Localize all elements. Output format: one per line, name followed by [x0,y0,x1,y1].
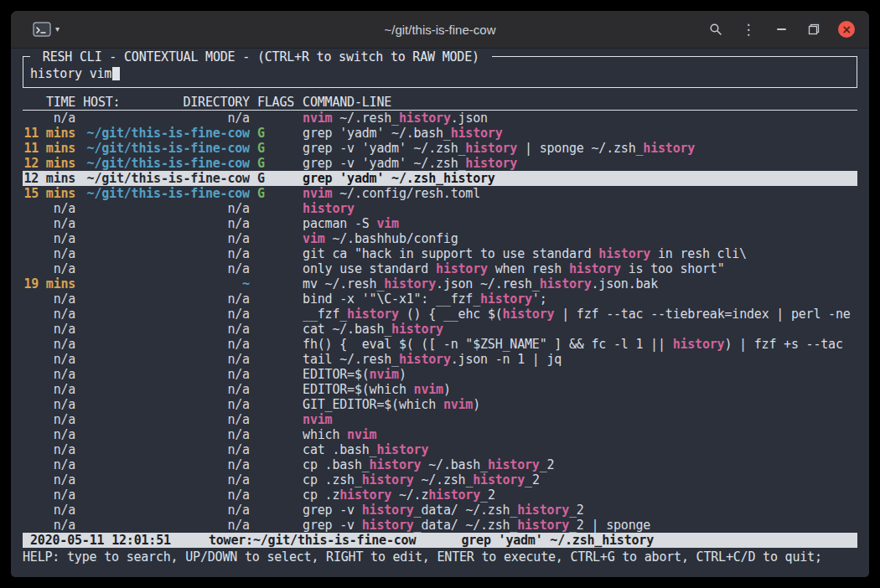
row-time: n/a [23,503,75,518]
history-row[interactable]: n/an/acp .zhistory ~/.zhistory_2 [23,487,857,503]
row-directory: n/a [83,261,250,276]
help-line: HELP: type to search, UP/DOWN to select,… [23,549,857,565]
row-command: bind -x '"\C-x1": __fzf_history'; [303,291,857,307]
history-row[interactable]: n/an/aGIT_EDITOR=$(which nvim) [23,397,857,412]
row-directory: ~/git/this-is-fine-cow [83,171,250,186]
history-row[interactable]: n/an/apacman -S vim [23,216,857,231]
row-directory: ~/git/this-is-fine-cow [83,141,250,156]
row-time: n/a [23,352,75,367]
text-cursor [112,67,120,80]
history-row[interactable]: 11 mins~/git/this-is-fine-cowGgrep 'yadm… [23,126,857,141]
close-button[interactable]: × [835,18,858,41]
host-label: HOST: [83,95,120,110]
status-timestamp: 2020-05-11 12:01:51 [30,533,171,548]
terminal-icon [33,22,51,37]
history-row[interactable]: n/an/atail ~/.resh_history.json -n 1 | j… [23,352,857,367]
row-command: grep 'yadm' ~/.zsh_history [303,171,857,186]
row-directory: n/a [83,397,250,412]
history-row[interactable]: n/an/anvim ~/.resh_history.json [23,111,857,126]
row-flags [257,518,303,533]
history-row[interactable]: n/an/awhich nvim [23,427,857,442]
history-row[interactable]: 11 mins~/git/this-is-fine-cowGgrep -v 'y… [23,141,857,156]
titlebar: ▾ ~/git/this-is-fine-cow ⋮ [11,11,869,49]
row-directory: n/a [83,337,250,352]
row-time: n/a [23,397,75,412]
search-icon [709,23,722,36]
row-directory: n/a [83,457,250,472]
history-row[interactable]: n/an/anvim [23,412,857,427]
row-time: n/a [23,322,75,337]
row-flags: G [257,141,303,156]
row-time: 12 mins [23,156,75,171]
row-flags [257,367,303,382]
row-time: n/a [23,337,75,352]
history-row[interactable]: n/an/agit ca "hack in support to use sta… [23,246,857,261]
menu-button[interactable]: ⋮ [737,18,760,41]
row-command: git ca "hack in support to use standard … [303,246,857,261]
row-directory: n/a [83,518,250,533]
minimize-button[interactable] [769,18,793,41]
history-row[interactable]: n/an/aEDITOR=$(nvim) [23,367,857,382]
row-flags: G [257,171,303,186]
history-row[interactable]: n/an/abind -x '"\C-x1": __fzf_history'; [23,291,857,307]
row-directory: n/a [83,352,250,367]
history-row[interactable]: n/an/a__fzf_history () { __ehc $(history… [23,307,857,322]
resh-search-box[interactable]: RESH CLI - CONTEXTUAL MODE - (CTRL+R to … [23,56,857,88]
row-command: history [303,201,857,216]
history-row[interactable]: 12 mins~/git/this-is-fine-cowGgrep 'yadm… [23,171,857,186]
history-row[interactable]: 15 mins~/git/this-is-fine-cowGnvim ~/.co… [23,186,857,201]
row-flags [257,322,303,337]
row-directory: n/a [83,307,250,322]
history-row[interactable]: n/an/acat .bash_history [23,442,857,457]
row-time: n/a [23,111,75,126]
row-command: cat .bash_history [303,442,857,457]
row-time: n/a [23,518,75,533]
history-row[interactable]: 12 mins~/git/this-is-fine-cowGgrep -v 'y… [23,156,857,171]
kebab-menu-icon: ⋮ [742,23,756,37]
search-input[interactable]: history vim [30,66,850,81]
new-terminal-button[interactable]: ▾ [29,20,63,39]
history-row[interactable]: n/an/agrep -v history_data/ ~/.zsh_histo… [23,503,857,518]
history-row[interactable]: n/an/acp .bash_history ~/.bash_history_2 [23,457,857,472]
row-directory: ~/git/this-is-fine-cow [83,186,250,201]
row-flags [257,246,303,261]
history-row[interactable]: n/an/acat ~/.bash_history [23,322,857,337]
row-directory: n/a [83,246,250,261]
history-row[interactable]: n/an/avim ~/.bashhub/config [23,231,857,246]
row-flags [257,472,303,487]
search-button[interactable] [704,18,727,41]
row-directory: n/a [83,216,250,231]
row-flags [257,412,303,427]
history-row[interactable]: n/an/aEDITOR=$(which nvim) [23,382,857,397]
history-row[interactable]: n/an/acp .zsh_history ~/.zsh_history_2 [23,472,857,487]
row-flags [257,397,303,412]
row-directory: n/a [83,472,250,487]
history-row[interactable]: n/an/afh() { eval $( ([ -n "$ZSH_NAME" ]… [23,337,857,352]
row-flags [257,337,303,352]
row-flags [257,382,303,397]
history-row[interactable]: n/an/ahistory [23,201,857,216]
row-command: pacman -S vim [303,216,857,231]
row-command: vim ~/.bashhub/config [303,231,857,246]
row-command: EDITOR=$(nvim) [303,367,857,382]
restore-button[interactable] [802,18,826,41]
status-bar: 2020-05-11 12:01:51 tower:~/git/this-is-… [23,533,857,548]
row-time: n/a [23,291,75,307]
row-time: n/a [23,216,75,231]
row-time: n/a [23,412,75,427]
row-command: cp .zsh_history ~/.zsh_history_2 [303,472,857,487]
row-flags: G [257,156,303,171]
history-row[interactable]: 19 mins~mv ~/.resh_history.json ~/.resh_… [23,276,857,291]
row-flags [257,427,303,442]
row-time: n/a [23,457,75,472]
history-row[interactable]: n/an/agrep -v history_data/ ~/.zsh_histo… [23,518,857,533]
row-flags: G [257,186,303,201]
row-directory: n/a [83,231,250,246]
row-directory: n/a [83,427,250,442]
row-flags [257,201,303,216]
terminal-content: RESH CLI - CONTEXTUAL MODE - (CTRL+R to … [11,49,869,565]
row-command: grep -v history_data/ ~/.zsh_history_2 |… [303,518,857,533]
row-time: n/a [23,231,75,246]
history-row[interactable]: n/an/aonly use standard history when res… [23,261,857,276]
row-time: n/a [23,261,75,276]
